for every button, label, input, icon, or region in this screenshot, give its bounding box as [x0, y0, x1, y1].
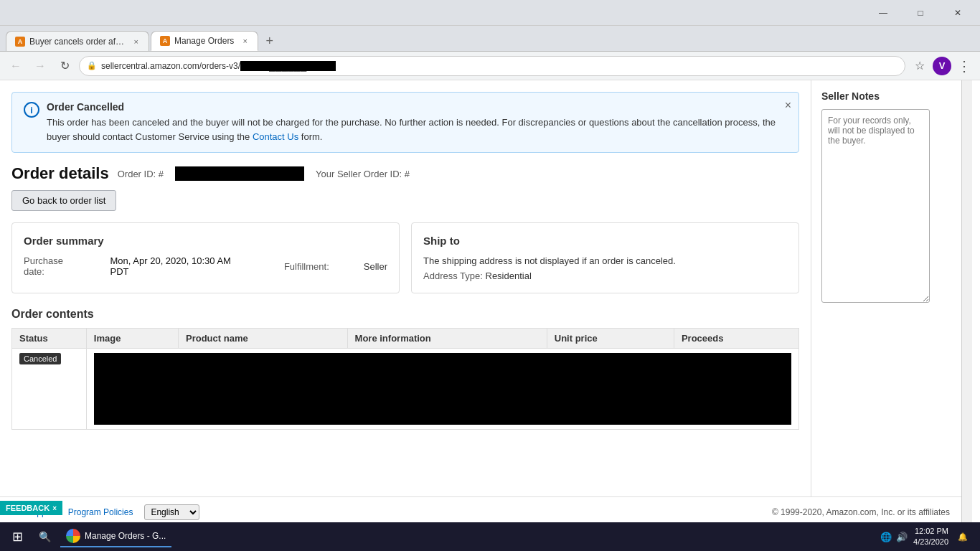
tab-manage-orders[interactable]: A Manage Orders × — [151, 31, 258, 51]
taskbar-time-display: 12:02 PM — [913, 526, 948, 528]
ship-to-panel: Ship to The shipping address is not disp… — [411, 222, 799, 293]
taskbar-search-button[interactable]: 🔍 — [32, 524, 57, 528]
profile-avatar[interactable]: V — [933, 57, 951, 75]
tab-favicon-2: A — [160, 36, 170, 46]
tab-favicon-1: A — [15, 37, 25, 47]
maximize-button[interactable]: □ — [904, 3, 937, 23]
tab-buyer-cancels[interactable]: A Buyer cancels order after shippin... × — [6, 31, 149, 51]
window-controls: — □ ✕ — [867, 3, 974, 23]
back-button[interactable]: ← — [6, 56, 26, 76]
purchase-date-row: Purchase date: Mon, Apr 20, 2020, 10:30 … — [24, 255, 387, 277]
col-header-proceeds: Proceeds — [674, 329, 798, 349]
order-panels: Order summary Purchase date: Mon, Apr 20… — [11, 222, 799, 293]
address-bar-actions: ☆ V ⋮ — [910, 55, 974, 77]
col-header-status: Status — [12, 329, 87, 349]
product-image — [94, 353, 791, 425]
notification-close-button[interactable]: × — [785, 100, 791, 111]
program-policies-link[interactable]: Program Policies — [68, 507, 133, 517]
address-bar-row: ← → ↻ 🔒 sellercentral.amazon.com/orders-… — [0, 52, 980, 80]
col-header-unit-price: Unit price — [547, 329, 674, 349]
notification-banner: i Order Cancelled This order has been ca… — [11, 92, 799, 153]
close-button[interactable]: ✕ — [941, 3, 974, 23]
main-content: i Order Cancelled This order has been ca… — [0, 80, 811, 496]
order-details-header: Order details Order ID: # Your Seller Or… — [11, 164, 799, 183]
feedback-close-icon[interactable]: × — [52, 504, 57, 512]
col-header-more-information: More information — [347, 329, 547, 349]
footer-copyright: © 1999-2020, Amazon.com, Inc. or its aff… — [772, 507, 950, 517]
feedback-button[interactable]: FEEDBACK × — [0, 501, 62, 515]
status-cell: Canceled — [12, 349, 87, 430]
address-type-label: Address Type: — [423, 270, 483, 281]
col-header-product-name: Product name — [179, 329, 348, 349]
address-type-value: Residential — [486, 270, 532, 281]
order-id-value — [175, 166, 304, 181]
seller-order-id-label: Your Seller Order ID: # — [316, 169, 410, 179]
purchase-date-label: Purchase date: — [24, 255, 82, 277]
tab-close-2[interactable]: × — [241, 35, 248, 47]
notification-text: Order Cancelled This order has been canc… — [47, 101, 787, 143]
purchase-date-value: Mon, Apr 20, 2020, 10:30 AM PDT — [110, 255, 241, 277]
tab-close-1[interactable]: × — [133, 36, 140, 47]
info-icon: i — [24, 102, 39, 118]
fulfillment-value: Seller — [364, 261, 387, 272]
order-table: Status Image Product name More informati… — [11, 328, 799, 430]
product-image-cell — [86, 349, 798, 430]
seller-notes-title: Seller Notes — [821, 90, 930, 102]
ship-to-note: The shipping address is not displayed if… — [423, 255, 787, 266]
notification-message: This order has been canceled and the buy… — [47, 116, 787, 143]
url-text: sellercentral.amazon.com/orders-v3/▓▓▓▓▓… — [101, 61, 897, 71]
order-contents-title: Order contents — [11, 308, 799, 321]
address-bar[interactable]: 🔒 sellercentral.amazon.com/orders-v3/▓▓▓… — [79, 56, 905, 76]
order-details-title: Order details — [11, 164, 109, 183]
seller-notes-textarea[interactable] — [821, 109, 930, 303]
taskbar-app-chrome[interactable]: Manage Orders - G... — [60, 526, 171, 528]
ship-to-title: Ship to — [423, 235, 787, 247]
reload-button[interactable]: ↻ — [55, 56, 75, 76]
taskbar-apps: Manage Orders - G... — [57, 526, 880, 528]
order-summary-title: Order summary — [24, 235, 387, 247]
fulfillment-label: Fulfillment: — [284, 261, 329, 272]
taskbar: ⊞ 🔍 Manage Orders - G... 🌐 🔊 12:02 PM 4/… — [0, 522, 980, 528]
page-content: i Order Cancelled This order has been ca… — [0, 80, 961, 496]
contact-us-link[interactable]: Contact Us — [253, 131, 298, 142]
lock-icon: 🔒 — [87, 61, 97, 70]
table-header-row: Status Image Product name More informati… — [12, 329, 799, 349]
browser-menu-button[interactable]: ⋮ — [954, 55, 974, 77]
tab-label-1: Buyer cancels order after shippin... — [29, 37, 126, 47]
taskbar-clock: 12:02 PM 4/23/2020 — [913, 526, 948, 528]
order-summary-panel: Order summary Purchase date: Mon, Apr 20… — [11, 222, 400, 293]
notification-title: Order Cancelled — [47, 101, 787, 113]
col-header-image: Image — [86, 329, 178, 349]
bookmark-button[interactable]: ☆ — [910, 56, 930, 76]
new-tab-button[interactable]: + — [260, 31, 280, 51]
minimize-button[interactable]: — — [867, 3, 900, 23]
order-id-label: Order ID: # — [118, 169, 164, 179]
taskbar-start-button[interactable]: ⊞ — [3, 522, 32, 528]
tab-bar: A Buyer cancels order after shippin... ×… — [0, 26, 980, 52]
language-selector[interactable]: English Español Français Deutsch — [144, 504, 199, 520]
table-row: Canceled — [12, 349, 799, 430]
feedback-label: FEEDBACK — [6, 504, 50, 512]
address-type-row: Address Type: Residential — [423, 270, 787, 281]
status-badge: Canceled — [19, 353, 61, 364]
forward-button[interactable]: → — [30, 56, 50, 76]
taskbar-right: 🌐 🔊 12:02 PM 4/23/2020 🔔 — [880, 526, 977, 528]
browser-title-bar: — □ ✕ — [0, 0, 980, 26]
seller-notes-panel: Seller Notes — [811, 80, 940, 496]
tab-label-2: Manage Orders — [174, 36, 234, 46]
go-back-to-order-list-button[interactable]: Go back to order list — [11, 190, 116, 211]
